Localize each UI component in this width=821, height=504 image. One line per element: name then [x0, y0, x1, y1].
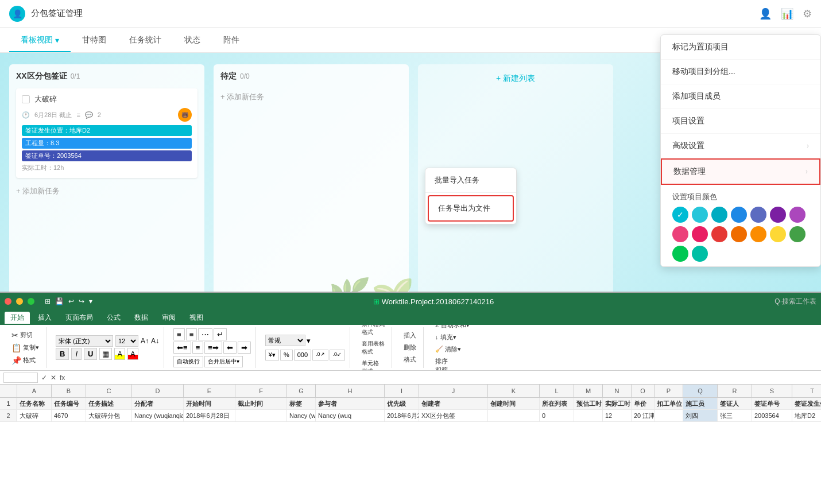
col-T[interactable]: T — [792, 385, 821, 397]
col-M[interactable]: M — [574, 385, 603, 397]
color-dot-0[interactable]: ✓ — [672, 207, 688, 223]
font-shrink-btn[interactable]: A↓ — [151, 337, 159, 345]
cell-style-btn[interactable]: 单元格样式 — [359, 358, 381, 371]
italic-btn[interactable]: I — [71, 348, 82, 360]
cell-K1[interactable]: 创建时间 — [488, 398, 540, 409]
color-dot-4[interactable] — [750, 207, 766, 223]
color-dot-6[interactable] — [789, 207, 805, 223]
delete-btn[interactable]: 删除 — [401, 342, 419, 353]
cell-J2[interactable]: XX区分包签 — [419, 410, 488, 421]
autosum-btn[interactable]: Σ 自动求和▾ — [433, 325, 472, 331]
kanban-card-1[interactable]: 大破碎 🕐 6月28日 截止 ≡ 💬 2 🐻 签证发生位置：地库D2 工程量：8… — [16, 88, 197, 178]
color-dot-15[interactable] — [692, 246, 708, 262]
font-size-select[interactable]: 12 — [115, 335, 138, 347]
cell-M2[interactable] — [574, 410, 603, 421]
add-task-btn-1[interactable]: + 添加新任务 — [16, 183, 197, 200]
cell-L2[interactable]: 0 — [540, 410, 574, 421]
underline-btn[interactable]: U — [84, 348, 97, 360]
color-dot-7[interactable] — [672, 226, 688, 242]
card-checkbox[interactable] — [22, 95, 30, 103]
cell-S1[interactable]: 签证单号 — [752, 398, 792, 409]
indent-inc-btn[interactable]: ➡ — [238, 342, 251, 354]
cell-O2[interactable]: 20 江津 — [632, 410, 655, 421]
col-B[interactable]: B — [52, 385, 86, 397]
ribbon-tab-data[interactable]: 数据 — [129, 312, 154, 324]
sort-filter-btn[interactable]: 排序和筛 — [433, 356, 450, 371]
fill-color-btn[interactable]: A — [114, 348, 125, 360]
col-H[interactable]: H — [316, 385, 385, 397]
cell-C2[interactable]: 大破碎分包 — [86, 410, 132, 421]
comma-btn[interactable]: 000 — [294, 350, 311, 360]
cell-E2[interactable]: 2018年6月28日 — [184, 410, 235, 421]
gear-icon[interactable]: ⚙ — [803, 7, 812, 20]
font-family-select[interactable]: 宋体 (正文) — [56, 335, 113, 347]
col-S[interactable]: S — [752, 385, 792, 397]
indent-dec-btn[interactable]: ⬅ — [223, 342, 237, 354]
cell-P1[interactable]: 扣工单位 — [655, 398, 683, 409]
cell-G1[interactable]: 标签 — [287, 398, 316, 409]
col-I[interactable]: I — [385, 385, 419, 397]
merge-btn[interactable]: 合并后居中▾ — [204, 356, 243, 367]
color-dot-9[interactable] — [711, 226, 727, 242]
cell-F2[interactable] — [235, 410, 287, 421]
color-dot-1[interactable] — [692, 207, 708, 223]
col-F[interactable]: F — [235, 385, 287, 397]
cell-K2[interactable] — [488, 410, 540, 421]
col-L[interactable]: L — [540, 385, 574, 397]
menu-pin-item[interactable]: 标记为置顶项目 — [661, 35, 820, 60]
minimize-button[interactable] — [16, 298, 23, 305]
cell-P2[interactable] — [655, 410, 683, 421]
cell-H1[interactable]: 参与者 — [316, 398, 385, 409]
cell-D2[interactable]: Nancy (wuqianqian) — [132, 410, 184, 421]
cell-R2[interactable]: 张三 — [718, 410, 752, 421]
cell-B1[interactable]: 任务编号 — [52, 398, 86, 409]
tab-status[interactable]: 状态 — [173, 29, 212, 52]
col-E[interactable]: E — [184, 385, 235, 397]
bold-btn[interactable]: B — [56, 348, 69, 360]
clear-btn[interactable]: 🧹 清除▾ — [433, 344, 463, 355]
ribbon-tab-view[interactable]: 视图 — [184, 312, 209, 324]
cell-N1[interactable]: 实际工时 — [603, 398, 632, 409]
menu-advanced-settings-item[interactable]: 高级设置 › — [661, 134, 820, 158]
excel-search[interactable]: Q·搜索工作表 — [774, 297, 816, 307]
col-R[interactable]: R — [718, 385, 752, 397]
insert-btn[interactable]: 插入 — [401, 330, 419, 341]
align-bottom-btn[interactable]: ⋯ — [198, 328, 212, 340]
cell-S2[interactable]: 2003564 — [752, 410, 792, 421]
cell-A1[interactable]: 任务名称 — [17, 398, 52, 409]
col-J[interactable]: J — [419, 385, 488, 397]
cell-reference-input[interactable] — [3, 373, 38, 383]
col-P[interactable]: P — [655, 385, 683, 397]
color-dot-12[interactable] — [770, 226, 786, 242]
cell-R1[interactable]: 签证人 — [718, 398, 752, 409]
ribbon-tab-review[interactable]: 审阅 — [156, 312, 181, 324]
add-task-btn-2[interactable]: + 添加新任务 — [220, 88, 402, 106]
color-dot-3[interactable] — [731, 207, 747, 223]
cell-T2[interactable]: 地库D2 — [792, 410, 821, 421]
number-format-select[interactable]: 常规 — [265, 335, 305, 346]
cell-T1[interactable]: 签证发生位置 — [792, 398, 821, 409]
cell-A2[interactable]: 大破碎 — [17, 410, 52, 421]
cell-C1[interactable]: 任务描述 — [86, 398, 132, 409]
cell-F1[interactable]: 截止时间 — [235, 398, 287, 409]
wrap-text-btn[interactable]: ↵ — [214, 328, 227, 340]
cell-D1[interactable]: 分配者 — [132, 398, 184, 409]
cell-B2[interactable]: 4670 — [52, 410, 86, 421]
format-btn[interactable]: 格式 — [401, 354, 419, 365]
cell-Q1[interactable]: 施工员 — [683, 398, 718, 409]
col-A[interactable]: A — [17, 385, 52, 397]
cell-J1[interactable]: 创建者 — [419, 398, 488, 409]
tab-attachments[interactable]: 附件 — [212, 29, 251, 52]
cell-G2[interactable]: Nancy (wuqianqian), 等 — [287, 410, 316, 421]
col-D[interactable]: D — [132, 385, 184, 397]
cell-M1[interactable]: 预估工时 — [574, 398, 603, 409]
col-Q[interactable]: Q — [683, 385, 718, 397]
percent-btn[interactable]: % — [280, 350, 293, 360]
cell-Q2[interactable]: 刘四 — [683, 410, 718, 421]
copy-btn[interactable]: 📋复制▾ — [9, 342, 41, 354]
menu-data-management-item[interactable]: 数据管理 › — [661, 158, 820, 185]
paste-btn[interactable]: 📌格式 — [9, 355, 38, 366]
align-middle-btn[interactable]: ≡ — [186, 328, 197, 340]
cell-E1[interactable]: 开始时间 — [184, 398, 235, 409]
align-center-btn[interactable]: ≡ — [192, 342, 204, 354]
